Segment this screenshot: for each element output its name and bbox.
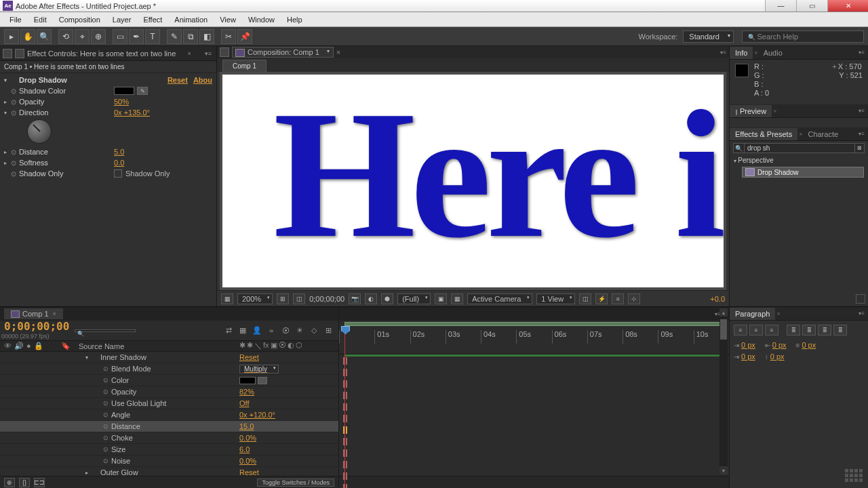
blend-mode-dropdown[interactable]: Multiply — [239, 365, 279, 373]
timeline-row[interactable]: ⊙Blend ModeMultiply — [0, 363, 338, 375]
keyframe-marker[interactable] — [343, 426, 347, 434]
timeline-icon[interactable]: ≡ — [612, 293, 624, 304]
effect-controls-tab[interactable]: Effect Controls: Here is some text on tw… — [0, 46, 216, 61]
keyframe-marker[interactable] — [343, 380, 347, 388]
effects-category[interactable]: Perspective — [730, 155, 868, 165]
panel-menu-icon[interactable]: ▾≡ — [855, 49, 868, 56]
type-tool[interactable]: T — [145, 29, 160, 44]
comp-tab[interactable]: Comp 1 — [222, 60, 267, 72]
keyframe-marker[interactable] — [343, 449, 347, 457]
reset-link[interactable]: Reset — [167, 76, 188, 84]
camera-tool[interactable]: ⌖ — [75, 29, 90, 44]
pixel-aspect-icon[interactable]: ◫ — [579, 293, 591, 304]
menu-effect[interactable]: Effect — [138, 14, 167, 25]
tab-close-icon[interactable]: × — [336, 48, 340, 56]
view-dropdown[interactable]: 1 View — [536, 293, 575, 304]
twisty-icon[interactable]: ▾ — [4, 110, 11, 116]
keyframe-marker[interactable] — [343, 438, 347, 445]
timeline-row[interactable]: ⊙Color — [0, 375, 338, 386]
pan-behind-tool[interactable]: ⊕ — [91, 29, 106, 44]
stopwatch-icon[interactable]: ⊙ — [103, 434, 111, 441]
twisty-icon[interactable]: ▸ — [85, 470, 92, 476]
keyframe-marker[interactable] — [343, 369, 347, 376]
indent-value[interactable]: 0 px — [802, 341, 816, 349]
keyframe-marker[interactable] — [343, 392, 347, 399]
timeline-tab[interactable]: Comp 1× — [4, 308, 63, 319]
minimize-button[interactable]: — — [765, 0, 796, 12]
grid-icon[interactable]: ⊞ — [277, 293, 289, 304]
zoom-dropdown[interactable]: 200% — [237, 293, 273, 304]
align-right-button[interactable]: ≡ — [765, 325, 778, 336]
stopwatch-icon[interactable]: ⊙ — [11, 148, 19, 156]
stopwatch-icon[interactable]: ⊙ — [11, 109, 19, 117]
timeline-row[interactable]: ▾Inner ShadowReset — [0, 352, 338, 363]
close-button[interactable]: ✕ — [827, 0, 868, 12]
roi-icon[interactable]: ▣ — [435, 293, 447, 304]
frame-blend-icon[interactable]: ≈ — [265, 325, 277, 337]
stopwatch-icon[interactable]: ⊙ — [103, 423, 111, 430]
toggle-switches-button[interactable]: Toggle Switches / Modes — [257, 479, 334, 487]
menu-layer[interactable]: Layer — [107, 14, 137, 25]
current-time[interactable]: 0;00;00;00 — [309, 295, 344, 303]
twisty-icon[interactable]: ▾ — [4, 77, 11, 83]
mask-icon[interactable]: ◫ — [293, 293, 305, 304]
exposure-value[interactable]: +0.0 — [710, 295, 725, 303]
comp-mini-icon[interactable]: ⇄ — [222, 325, 235, 337]
transparency-icon[interactable]: ▦ — [451, 293, 463, 304]
effect-name[interactable]: Drop Shadow — [19, 76, 114, 84]
property-value[interactable]: 0.0% — [239, 457, 256, 465]
time-ruler[interactable]: 01s02s03s04s05s06s07s08s09s10s — [339, 330, 729, 344]
timeline-row[interactable]: ⊙Angle0x +120.0° — [0, 409, 338, 421]
panel-menu-icon[interactable]: ▾≡ — [855, 108, 868, 114]
scroll-down-icon[interactable]: ▼ — [719, 466, 728, 474]
tab-paragraph[interactable]: Paragraph — [730, 308, 775, 320]
twisty-icon[interactable]: ▸ — [4, 99, 11, 105]
property-value[interactable]: 0x +120.0° — [239, 411, 275, 419]
opacity-value[interactable]: 50% — [114, 98, 129, 106]
indent-value[interactable]: 0 px — [741, 341, 755, 349]
menu-help[interactable]: Help — [281, 14, 308, 25]
color-swatch[interactable] — [239, 377, 256, 384]
workspace-dropdown[interactable]: Standard — [683, 30, 734, 43]
menu-animation[interactable]: Animation — [169, 14, 213, 25]
indent-value[interactable]: 0 px — [770, 352, 785, 361]
stopwatch-icon[interactable]: ⊙ — [103, 446, 111, 453]
timeline-graph[interactable] — [339, 354, 729, 476]
source-name-header[interactable]: Source Name — [73, 342, 237, 350]
composition-dropdown[interactable]: Composition: Comp 1 — [232, 47, 334, 58]
twisty-icon[interactable]: ▾ — [85, 354, 92, 361]
timeline-vscroll[interactable]: ▲ ▼ — [719, 308, 728, 474]
roto-tool[interactable]: ✂ — [221, 29, 236, 44]
menu-edit[interactable]: Edit — [28, 14, 52, 25]
eraser-tool[interactable]: ◧ — [199, 29, 214, 44]
menu-window[interactable]: Window — [243, 14, 280, 25]
composition-viewer[interactable]: Here is s — [220, 72, 726, 290]
channel-icon[interactable]: ◐ — [365, 293, 377, 304]
auto-keyframe-icon[interactable]: ◇ — [308, 325, 320, 337]
property-value[interactable]: 0.0% — [239, 434, 256, 442]
shadow-only-checkbox[interactable] — [114, 169, 122, 178]
about-link[interactable]: Abou — [193, 76, 212, 84]
tab-info[interactable]: Info — [730, 47, 753, 59]
keyframe-marker[interactable] — [343, 403, 347, 411]
rotation-tool[interactable]: ⟲ — [58, 29, 73, 44]
solo-icon[interactable]: ● — [26, 342, 31, 350]
menu-view[interactable]: View — [214, 14, 241, 25]
align-left-button[interactable]: ≡ — [734, 325, 747, 336]
effects-search-input[interactable] — [744, 143, 855, 153]
timeline-row[interactable]: ⊙Choke0.0% — [0, 432, 338, 444]
eye-icon[interactable]: 👁 — [4, 342, 12, 350]
magnification-icon[interactable]: ▦ — [221, 293, 233, 304]
keyframe-marker[interactable] — [343, 357, 347, 365]
justify-left-button[interactable]: ≣ — [787, 325, 800, 336]
justify-center-button[interactable]: ≣ — [802, 325, 816, 336]
keyframe-marker[interactable] — [343, 461, 347, 468]
flowchart-icon[interactable]: ⊹ — [628, 293, 640, 304]
label-column[interactable]: 🔖 — [61, 342, 73, 350]
keyframe-marker[interactable] — [343, 472, 347, 480]
motion-blur-icon[interactable]: ⦿ — [279, 325, 292, 337]
work-area-bar[interactable] — [344, 322, 724, 326]
puppet-tool[interactable]: 📌 — [237, 29, 252, 44]
pen-tool[interactable]: ✒ — [129, 29, 144, 44]
twisty-icon[interactable]: ▸ — [4, 149, 11, 155]
